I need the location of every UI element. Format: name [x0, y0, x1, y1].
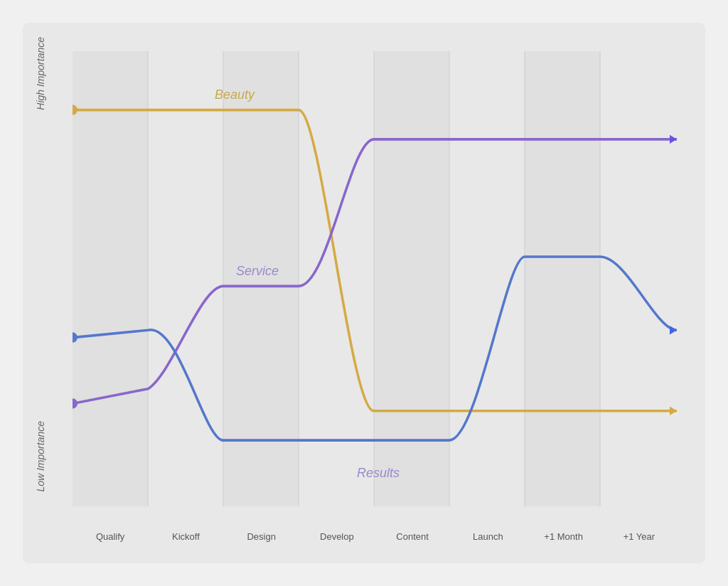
x-axis-labels: Qualify Kickoff Design Develop Content L… [73, 531, 677, 542]
y-axis-top-label: High Importance [35, 23, 46, 110]
y-axis: High Importance Low Importance [23, 23, 58, 506]
y-axis-bottom-label: Low Importance [35, 421, 46, 506]
x-label-qualify: Qualify [73, 531, 148, 542]
x-label-design: Design [224, 531, 299, 542]
svg-rect-6 [449, 51, 525, 506]
x-label-develop: Develop [299, 531, 375, 542]
svg-rect-8 [600, 51, 677, 506]
service-label: Service [236, 263, 279, 278]
results-label: Results [357, 464, 400, 479]
svg-rect-3 [223, 51, 299, 506]
chart-svg: Beauty Service Results [73, 51, 677, 506]
x-label-launch: Launch [450, 531, 525, 542]
chart-container: High Importance Low Importance [23, 23, 705, 563]
x-label-kickoff: Kickoff [148, 531, 223, 542]
beauty-label: Beauty [215, 87, 256, 102]
svg-rect-7 [525, 51, 600, 506]
x-label-content: Content [375, 531, 450, 542]
chart-area: Beauty Service Results Qualify Kickoff D… [73, 51, 677, 506]
svg-rect-2 [148, 51, 223, 506]
svg-rect-5 [374, 51, 449, 506]
x-label-plus1month: +1 Month [526, 531, 601, 542]
x-label-plus1year: +1 Year [601, 531, 677, 542]
svg-rect-1 [73, 51, 148, 506]
